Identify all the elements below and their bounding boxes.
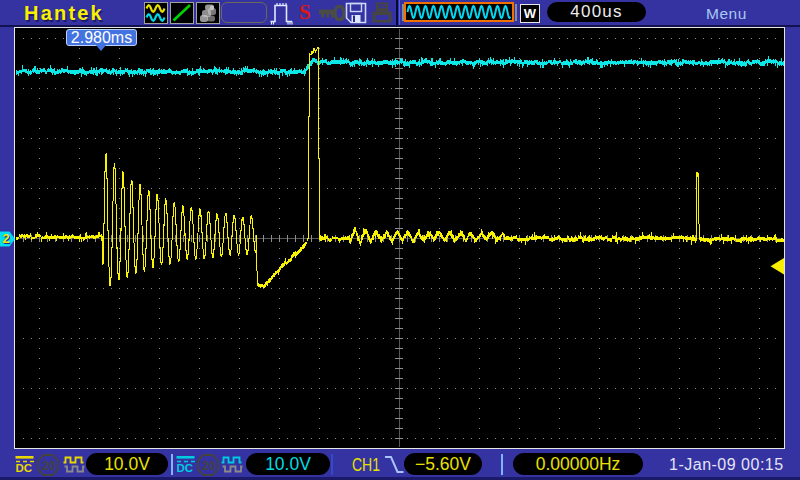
svg-text:DC: DC	[177, 462, 194, 474]
svg-text:20: 20	[42, 459, 56, 473]
svg-text:DC: DC	[16, 462, 33, 474]
svg-text:2: 2	[3, 231, 10, 246]
svg-text:20: 20	[202, 459, 216, 473]
